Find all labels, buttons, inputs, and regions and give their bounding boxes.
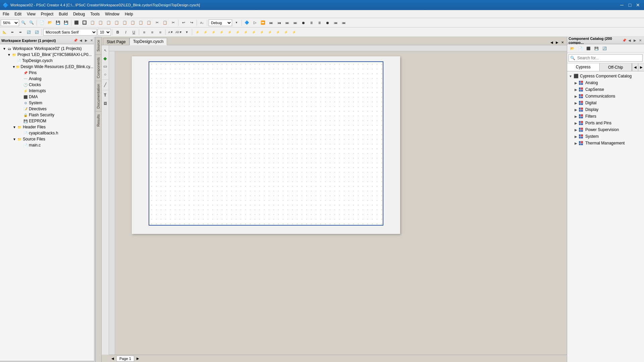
tb-extra-2[interactable]: ▷ <box>251 19 259 26</box>
top-design-tab[interactable]: TopDesign.cysch <box>129 38 167 45</box>
tb-extra-11[interactable]: ⏺ <box>324 19 331 26</box>
tb-extra-5[interactable]: ⏮ <box>275 19 283 26</box>
catalog-item-root[interactable]: ▼ ⬛ Cypress Component Catalog <box>567 73 644 79</box>
explorer-pin-button[interactable]: 📌 <box>73 38 78 43</box>
catalog-close-btn[interactable]: ✕ <box>638 38 643 43</box>
tree-item-clocks[interactable]: 🕐 Clocks <box>1 82 94 88</box>
tb-btn-13[interactable]: ✂ <box>153 19 161 26</box>
expand-capsense-icon[interactable]: ▶ <box>574 87 578 92</box>
tree-item-pins[interactable]: 📌 Pins <box>1 70 94 76</box>
tab-close-btn[interactable]: ✕ <box>560 41 565 44</box>
tree-item-project[interactable]: ▼ 📁 Project 'LED_Blink' [CY8C5868AXI-LP0… <box>1 52 94 58</box>
tb-extra-6[interactable]: ⏭ <box>283 19 291 26</box>
catalog-item-capsense[interactable]: ▶ CapSense <box>567 86 644 93</box>
documentation-tab[interactable]: Documentation <box>96 81 101 111</box>
tb-btn-8[interactable]: 📋 <box>113 19 120 26</box>
close-button[interactable]: ✕ <box>635 2 641 8</box>
expand-digital-icon[interactable]: ▶ <box>574 101 578 105</box>
tree-item-workspace[interactable]: ▼ 🗂 Workspace 'Workspace02' (1 Projects) <box>1 46 94 52</box>
tb-btn-3[interactable]: ⬛ <box>73 19 80 26</box>
tree-item-system[interactable]: ⚙ System <box>1 100 94 106</box>
catalog-tb-3[interactable]: ⬛ <box>585 45 592 52</box>
save-button[interactable]: 💾 <box>54 19 62 26</box>
underline-button[interactable]: U <box>130 28 138 36</box>
zoom-select[interactable]: 56% <box>1 19 19 26</box>
tb-btn-12[interactable]: 📋 <box>145 19 153 26</box>
components-tab[interactable]: Components <box>96 54 101 81</box>
expand-workspace-icon[interactable]: ▼ <box>2 46 7 51</box>
page-1-tab[interactable]: Page 1 <box>116 356 134 362</box>
source-tab[interactable]: Source <box>96 37 101 54</box>
explorer-close-button[interactable]: ✕ <box>89 38 94 43</box>
expand-comms-icon[interactable]: ▶ <box>574 94 578 98</box>
page-nav-right-btn[interactable]: ▶ <box>136 357 140 360</box>
catalog-tb-5[interactable]: 🔄 <box>601 45 608 52</box>
prog-icon-btn2[interactable]: ⚡ <box>202 28 209 36</box>
draw-rect-btn[interactable]: ▭ <box>102 63 109 70</box>
expand-sourcefiles-icon[interactable]: ▼ <box>12 137 17 141</box>
catalog-item-ports-pins[interactable]: ▶ Ports and Pins <box>567 120 644 126</box>
tb-btn-11[interactable]: 📋 <box>137 19 145 26</box>
menu-build[interactable]: Build <box>56 10 70 18</box>
font-select[interactable]: Microsoft Sans Serif <box>43 29 97 36</box>
explorer-resize-handle[interactable] <box>0 361 95 362</box>
prog-icon-btn[interactable]: ⚡ <box>194 28 201 36</box>
catalog-item-analog[interactable]: ▶ Analog <box>567 79 644 86</box>
debug-dropdown-btn[interactable]: ▼ <box>233 19 240 26</box>
schematic-design-area[interactable] <box>149 61 383 226</box>
expand-root-icon[interactable]: ▼ <box>569 74 573 78</box>
catalog-nav-left-btn[interactable]: ◀ <box>627 38 632 43</box>
tab-nav-left-btn[interactable]: ◀ <box>549 41 554 44</box>
draw-pointer-btn[interactable]: ↖ <box>102 47 109 54</box>
tb-extra-4[interactable]: ⏭ <box>267 19 275 26</box>
tree-item-directives[interactable]: 📝 Directives <box>1 106 94 112</box>
tb-btn-9[interactable]: 📋 <box>121 19 128 26</box>
expand-thermal-icon[interactable]: ▶ <box>574 141 578 145</box>
menu-window[interactable]: Window <box>102 10 122 18</box>
results-tab[interactable]: Results <box>96 111 101 129</box>
tree-item-flash-security[interactable]: 🔒 Flash Security <box>1 112 94 118</box>
undo-button[interactable]: ↩ <box>180 19 187 26</box>
expand-portspins-icon[interactable]: ▶ <box>574 121 578 125</box>
menu-view[interactable]: View <box>24 10 38 18</box>
schematic-scroll-area[interactable] <box>115 51 567 355</box>
explorer-arrow-right-button[interactable]: ▶ <box>84 38 89 43</box>
font-size-select[interactable]: 10 <box>98 29 111 36</box>
catalog-item-filters[interactable]: ▶ Filters <box>567 113 644 120</box>
prog-icon-btn12[interactable]: ⚡ <box>282 28 289 36</box>
catalog-pin-btn[interactable]: 📌 <box>622 38 627 43</box>
tb-btn-14[interactable]: 📋 <box>161 19 169 26</box>
explorer-arrow-left-button[interactable]: ◀ <box>78 38 83 43</box>
more-btn[interactable]: ▼ <box>183 28 191 36</box>
font-color-btn[interactable]: A▼ <box>167 28 174 36</box>
expand-project-icon[interactable]: ▼ <box>7 52 11 57</box>
zoom-out-button[interactable]: 🔍 <box>20 19 27 26</box>
prog-icon-btn10[interactable]: ⚡ <box>266 28 273 36</box>
tree-item-topdesign[interactable]: 📄 TopDesign.cysch <box>1 58 94 64</box>
canvas-container[interactable]: ↖ ◆ ▭ ○ ╱ T 🖼 <box>102 45 567 362</box>
prog-icon-btn6[interactable]: ⚡ <box>234 28 241 36</box>
expand-filters-icon[interactable]: ▶ <box>574 114 578 118</box>
catalog-tb-2[interactable]: 📄 <box>577 45 584 52</box>
tree-item-analog[interactable]: 〰 Analog <box>1 76 94 82</box>
expand-system-catalog-icon[interactable]: ▶ <box>574 134 578 138</box>
tb-btn-15[interactable]: ✂ <box>169 19 177 26</box>
tree-item-dma[interactable]: ⬛ DMA <box>1 94 94 100</box>
catalog-item-communications[interactable]: ▶ Communications <box>567 93 644 100</box>
bold-button[interactable]: B <box>114 28 121 36</box>
maximize-button[interactable]: □ <box>627 2 633 8</box>
tree-item-interrupts[interactable]: ⚡ Interrupts <box>1 88 94 94</box>
cypress-catalog-tab[interactable]: Cypress <box>567 63 600 71</box>
tb-btn-7[interactable]: 📋 <box>105 19 112 26</box>
expand-topdesign-icon[interactable] <box>12 58 16 63</box>
prog-icon-btn3[interactable]: ⚡ <box>210 28 217 36</box>
prog-btn[interactable]: A↓ <box>198 19 206 26</box>
tb-text-2[interactable]: ⬅ <box>9 28 16 36</box>
align-right-btn[interactable]: ≡ <box>157 28 164 36</box>
page-nav-left-btn[interactable]: ◀ <box>110 357 115 360</box>
tb-extra-9[interactable]: ⏸ <box>308 19 315 26</box>
menu-help[interactable]: Help <box>122 10 136 18</box>
explorer-h-resize-handle[interactable] <box>94 37 95 362</box>
minimize-button[interactable]: ─ <box>619 2 625 8</box>
italic-button[interactable]: I <box>122 28 129 36</box>
